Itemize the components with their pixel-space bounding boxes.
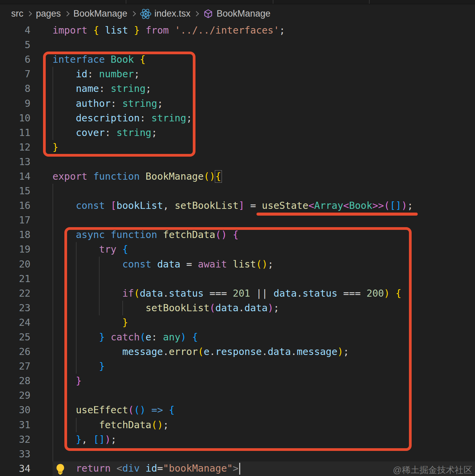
- code-token: (: [384, 200, 390, 211]
- code-line-20[interactable]: 20 const data = await list();: [0, 257, 475, 272]
- code-token: [53, 113, 76, 124]
- code-token: BookManage: [146, 171, 204, 182]
- breadcrumb-item-src[interactable]: src: [11, 8, 23, 19]
- code-line-24[interactable]: 24 }: [0, 315, 475, 330]
- code-token: any: [163, 332, 180, 343]
- watermark: @稀土掘金技术社区: [393, 464, 472, 476]
- code-line-32[interactable]: 32 }, []);: [0, 432, 475, 447]
- code-line-22[interactable]: 22 if(data.status === 201 || data.status…: [0, 286, 475, 301]
- code-line-11[interactable]: 11 cover: string;: [0, 125, 475, 140]
- code-line-9[interactable]: 9 author: string;: [0, 96, 475, 111]
- code-token: fetchData: [99, 419, 151, 431]
- code-line-23[interactable]: 23 setBookList(data.data);: [0, 301, 475, 315]
- code-token: {: [233, 229, 239, 240]
- code-line-31[interactable]: 31 fetchData();: [0, 418, 475, 432]
- code-token: ): [221, 229, 227, 240]
- code-token: catch: [111, 332, 140, 343]
- line-number: 6: [0, 54, 30, 65]
- code-line-10[interactable]: 10 description: string;: [0, 111, 475, 125]
- code-token: ;: [268, 259, 273, 270]
- line-number: 29: [0, 390, 30, 401]
- code-line-19[interactable]: 19 try {: [0, 242, 475, 257]
- code-line-30[interactable]: 30 useEffect(() => {: [0, 403, 475, 417]
- code-line-26[interactable]: 26 message.error(e.response.data.message…: [0, 344, 475, 359]
- code-token: const: [122, 259, 151, 270]
- code-text: }: [53, 142, 58, 153]
- code-token: [105, 83, 110, 94]
- code-token: ===: [209, 288, 227, 299]
- code-token: error: [169, 346, 198, 357]
- code-line-6[interactable]: 6interface Book {: [0, 52, 475, 67]
- line-number: 23: [0, 302, 30, 314]
- code-text: description: string;: [53, 113, 192, 124]
- code-token: >: [233, 463, 239, 474]
- code-token: 201: [233, 288, 250, 299]
- code-area[interactable]: 4import { list } from '../../interfaces'…: [0, 23, 475, 476]
- code-line-28[interactable]: 28 }: [0, 374, 475, 388]
- code-text: cover: string;: [53, 127, 157, 138]
- code-token: .: [291, 346, 297, 357]
- code-token: (: [209, 302, 215, 314]
- code-line-18[interactable]: 18 async function fetchData() {: [0, 227, 475, 242]
- code-token: [93, 68, 99, 80]
- code-line-5[interactable]: 5: [0, 38, 475, 52]
- code-text: interface Book {: [53, 54, 146, 65]
- code-line-21[interactable]: 21: [0, 272, 475, 286]
- code-line-33[interactable]: 33: [0, 447, 475, 461]
- breadcrumb: srcpagesBookManageindex.tsxBookManage: [0, 4, 475, 23]
- breadcrumb-label: index.tsx: [154, 8, 191, 19]
- code-token: ): [209, 171, 215, 182]
- tab-separator: [273, 0, 273, 4]
- breadcrumb-item-bookmanage[interactable]: BookManage: [203, 8, 270, 19]
- code-token: [140, 25, 145, 36]
- code-line-17[interactable]: 17: [0, 213, 475, 227]
- code-line-8[interactable]: 8 name: string;: [0, 81, 475, 96]
- code-token: }: [122, 317, 128, 328]
- breadcrumb-item-bookmanage[interactable]: BookManage: [74, 8, 127, 19]
- code-token: useEffect: [76, 404, 128, 416]
- code-line-4[interactable]: 4import { list } from '../../interfaces'…: [0, 23, 475, 38]
- code-token: (: [256, 259, 262, 270]
- code-token: div: [122, 463, 140, 474]
- code-line-15[interactable]: 15: [0, 184, 475, 198]
- code-token: return: [76, 463, 111, 474]
- code-line-7[interactable]: 7 id: number;: [0, 67, 475, 81]
- code-token: useState: [262, 200, 308, 211]
- code-token: ): [268, 302, 273, 314]
- code-token: [99, 25, 105, 36]
- quick-fix-lightbulb-icon[interactable]: [55, 463, 65, 476]
- line-number: 21: [0, 273, 30, 284]
- line-number: 8: [0, 83, 30, 94]
- code-token: [117, 244, 122, 255]
- line-number: 32: [0, 434, 30, 445]
- code-line-12[interactable]: 12}: [0, 140, 475, 155]
- breadcrumb-item-index.tsx[interactable]: index.tsx: [140, 8, 191, 20]
- code-text: }: [53, 317, 128, 328]
- line-number: 9: [0, 98, 30, 109]
- code-line-13[interactable]: 13: [0, 155, 475, 169]
- code-text: useEffect(() => {: [53, 404, 174, 416]
- code-token: {: [93, 25, 99, 36]
- code-token: [361, 288, 367, 299]
- code-text: }, []);: [53, 434, 117, 445]
- breadcrumb-item-pages[interactable]: pages: [36, 8, 61, 19]
- code-token: [146, 113, 151, 124]
- code-line-27[interactable]: 27 }: [0, 359, 475, 374]
- code-token: ;: [151, 127, 157, 138]
- code-token: id: [76, 68, 87, 80]
- line-number: 31: [0, 419, 30, 431]
- code-token: [140, 463, 145, 474]
- code-token: author: [76, 98, 111, 109]
- code-line-14[interactable]: 14export function BookManage(){: [0, 169, 475, 184]
- code-token: ===: [343, 288, 360, 299]
- code-token: string: [117, 127, 151, 138]
- breadcrumb-label: BookManage: [216, 8, 270, 19]
- code-line-16[interactable]: 16 const [bookList, setBookList] = useSt…: [0, 198, 475, 213]
- code-token: [390, 288, 395, 299]
- code-line-25[interactable]: 25 } catch(e: any) {: [0, 330, 475, 344]
- line-number: 17: [0, 215, 30, 226]
- code-line-29[interactable]: 29: [0, 388, 475, 403]
- tab-strip: [0, 0, 475, 4]
- code-token: Book: [111, 54, 134, 65]
- code-token: "bookManage": [163, 463, 233, 474]
